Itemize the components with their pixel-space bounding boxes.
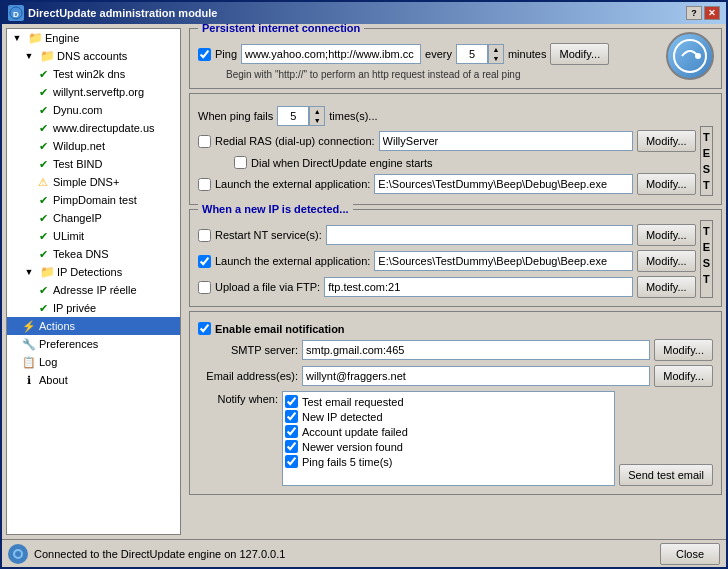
restart-modify-button[interactable]: Modify...	[637, 224, 696, 246]
test-letter-e2: E	[703, 239, 710, 255]
sidebar-item-about[interactable]: ℹ About	[7, 371, 180, 389]
sidebar-scrollbar[interactable]	[7, 534, 180, 535]
sidebar-item-log[interactable]: 📋 Log	[7, 353, 180, 371]
ping-fails-input[interactable]	[277, 106, 309, 126]
notify-check-4[interactable]	[285, 455, 298, 468]
restart-input[interactable]	[326, 225, 633, 245]
window-close-button[interactable]: ✕	[704, 6, 720, 20]
upload-input[interactable]	[324, 277, 633, 297]
notify-check-1[interactable]	[285, 410, 298, 423]
notify-check-3[interactable]	[285, 440, 298, 453]
sidebar-item-dynu[interactable]: ✔ Dynu.com	[7, 101, 180, 119]
launch-modify-button[interactable]: Modify...	[637, 173, 696, 195]
check-icon-3: ✔	[35, 102, 51, 118]
redial-label: Redial RAS (dial-up) connection:	[215, 135, 375, 147]
sidebar-item-adresse[interactable]: ✔ Adresse IP réelle	[7, 281, 180, 299]
launch-label: Launch the external application:	[215, 178, 370, 190]
sidebar-item-willynt[interactable]: ✔ willynt.serveftp.org	[7, 83, 180, 101]
sidebar-label-simpledns: Simple DNS+	[53, 176, 119, 188]
folder-icon: 📁	[27, 30, 43, 46]
email-address-input[interactable]	[302, 366, 650, 386]
launch2-input[interactable]	[374, 251, 633, 271]
warn-icon: ⚠	[35, 174, 51, 190]
sidebar-item-tekea[interactable]: ✔ Tekea DNS	[7, 245, 180, 263]
sidebar-item-engine[interactable]: ▼ 📁 Engine	[7, 29, 180, 47]
sidebar-item-wildup[interactable]: ✔ Wildup.net	[7, 137, 180, 155]
sidebar-item-actions[interactable]: ⚡ Actions	[7, 317, 180, 335]
ping-fails-label-after: times(s)...	[329, 110, 377, 122]
sidebar-item-pimpdomain[interactable]: ✔ PimpDomain test	[7, 191, 180, 209]
email-enable-checkbox[interactable]	[198, 322, 211, 335]
expand-icon-dns: ▼	[21, 48, 37, 64]
ping-fails-content: Redial RAS (dial-up) connection: Modify.…	[198, 126, 713, 196]
spin-up-button[interactable]: ▲	[489, 45, 503, 54]
sidebar-item-ulimit[interactable]: ✔ ULimit	[7, 227, 180, 245]
redial-modify-button[interactable]: Modify...	[637, 130, 696, 152]
ping-label: Ping	[215, 48, 237, 60]
launch-checkbox[interactable]	[198, 178, 211, 191]
new-ip-content: Restart NT service(s): Modify... Launch …	[198, 220, 713, 298]
launch-input[interactable]	[374, 174, 633, 194]
sidebar-item-testbind[interactable]: ✔ Test BIND	[7, 155, 180, 173]
ping-url-input[interactable]	[241, 44, 421, 64]
restart-label: Restart NT service(s):	[215, 229, 322, 241]
minutes-input[interactable]	[456, 44, 488, 64]
ping-fails-spin-down[interactable]: ▼	[310, 116, 324, 125]
notify-item-2: Account update failed	[285, 424, 612, 439]
dial-note-checkbox[interactable]	[234, 156, 247, 169]
sidebar-item-changeip[interactable]: ✔ ChangeIP	[7, 209, 180, 227]
ping-fails-spin-up[interactable]: ▲	[310, 107, 324, 116]
send-test-email-button[interactable]: Send test email	[619, 464, 713, 486]
email-enable-label: Enable email notification	[215, 323, 345, 335]
help-button[interactable]: ?	[686, 6, 702, 20]
smtp-row: SMTP server: Modify...	[198, 339, 713, 361]
sidebar-item-simpledns[interactable]: ⚠ Simple DNS+	[7, 173, 180, 191]
redial-input[interactable]	[379, 131, 633, 151]
upload-modify-button[interactable]: Modify...	[637, 276, 696, 298]
upload-label: Upload a file via FTP:	[215, 281, 320, 293]
redial-checkbox[interactable]	[198, 135, 211, 148]
smtp-modify-button[interactable]: Modify...	[654, 339, 713, 361]
persistent-internet-group: Persistent internet connection Ping ever…	[189, 28, 722, 89]
sidebar-item-ip-privee[interactable]: ✔ IP privée	[7, 299, 180, 317]
launch2-modify-button[interactable]: Modify...	[637, 250, 696, 272]
notify-check-0[interactable]	[285, 395, 298, 408]
sidebar-label-actions: Actions	[39, 320, 75, 332]
notify-area: Test email requested New IP detected Acc…	[282, 391, 713, 486]
check-icon-9: ✔	[35, 228, 51, 244]
sidebar-label-ulimit: ULimit	[53, 230, 84, 242]
sidebar-label-win2k: Test win2k dns	[53, 68, 125, 80]
ping-modify-button[interactable]: Modify...	[550, 43, 609, 65]
email-modify-button[interactable]: Modify...	[654, 365, 713, 387]
check-icon-8: ✔	[35, 210, 51, 226]
sidebar-item-dns-accounts[interactable]: ▼ 📁 DNS accounts	[7, 47, 180, 65]
sidebar-label-preferences: Preferences	[39, 338, 98, 350]
smtp-input[interactable]	[302, 340, 650, 360]
check-icon-10: ✔	[35, 246, 51, 262]
minutes-spinner[interactable]: ▲ ▼	[456, 44, 504, 64]
spin-down-button[interactable]: ▼	[489, 54, 503, 63]
ping-fails-spin-arrows: ▲ ▼	[309, 106, 325, 126]
sidebar-scroll[interactable]: ▼ 📁 Engine ▼ 📁 DNS accounts ✔ Test win2k…	[7, 29, 180, 534]
launch2-checkbox[interactable]	[198, 255, 211, 268]
sidebar-item-directupdate[interactable]: ✔ www.directupdate.us	[7, 119, 180, 137]
notify-item-3: Newer version found	[285, 439, 612, 454]
restart-checkbox[interactable]	[198, 229, 211, 242]
notify-item-4: Ping fails 5 time(s)	[285, 454, 612, 469]
app-icon: D	[8, 5, 24, 21]
ping-checkbox[interactable]	[198, 48, 211, 61]
upload-checkbox[interactable]	[198, 281, 211, 294]
folder-icon-ip: 📁	[39, 264, 55, 280]
sidebar-item-win2k[interactable]: ✔ Test win2k dns	[7, 65, 180, 83]
check-icon-6: ✔	[35, 156, 51, 172]
logo-area	[666, 32, 714, 80]
status-left: Connected to the DirectUpdate engine on …	[8, 544, 285, 564]
sidebar-item-ip-detections[interactable]: ▼ 📁 IP Detections	[7, 263, 180, 281]
notify-check-2[interactable]	[285, 425, 298, 438]
dial-note-label: Dial when DirectUpdate engine starts	[251, 157, 433, 169]
close-button[interactable]: Close	[660, 543, 720, 565]
ping-fails-spinner[interactable]: ▲ ▼	[277, 106, 325, 126]
check-icon-7: ✔	[35, 192, 51, 208]
sidebar-label-tekea: Tekea DNS	[53, 248, 109, 260]
sidebar-item-preferences[interactable]: 🔧 Preferences	[7, 335, 180, 353]
